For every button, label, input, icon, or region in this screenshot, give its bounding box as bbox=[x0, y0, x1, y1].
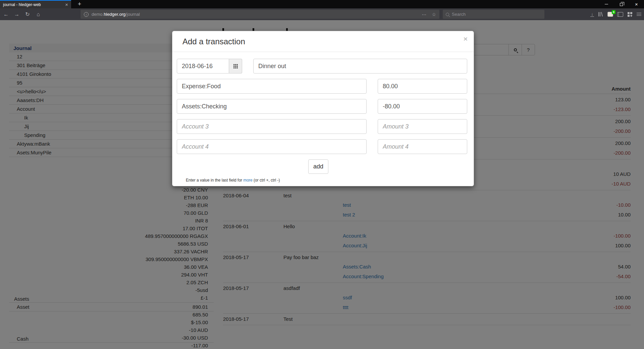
browser-search-box[interactable]: Search bbox=[443, 10, 544, 19]
new-tab-button[interactable]: + bbox=[74, 0, 85, 8]
sidebar-icon bbox=[617, 12, 623, 17]
restore-icon bbox=[620, 3, 623, 6]
modal-close-button[interactable]: × bbox=[464, 35, 468, 42]
description-input[interactable] bbox=[253, 59, 467, 73]
reload-button[interactable]: ↻ bbox=[23, 10, 32, 19]
date-input[interactable] bbox=[177, 59, 229, 73]
more-link[interactable]: more bbox=[243, 178, 252, 183]
modal-header: Add a transaction × bbox=[172, 31, 474, 52]
download-icon: ↓ bbox=[591, 12, 593, 16]
modal-hint: Enter a value in the last field for more… bbox=[186, 178, 467, 183]
minimize-icon bbox=[605, 4, 608, 4]
browser-toolbar: ← → ↻ ⌂ i demo.hledger.org/journal ⋯ ☆ S… bbox=[0, 8, 644, 20]
window-controls: × bbox=[599, 0, 644, 8]
grid-plus-icon bbox=[627, 12, 633, 17]
sidebar-toggle-button[interactable] bbox=[617, 12, 623, 17]
modal-title: Add a transaction bbox=[182, 37, 464, 46]
menu-button[interactable] bbox=[637, 13, 641, 16]
url-bar[interactable]: i demo.hledger.org/journal ⋯ ☆ bbox=[80, 10, 439, 19]
browser-tab[interactable]: journal - hledger-web × bbox=[0, 0, 71, 8]
window-minimize-button[interactable] bbox=[599, 0, 614, 8]
add-button[interactable]: add bbox=[308, 159, 328, 174]
amount-3-input[interactable] bbox=[378, 119, 467, 134]
url-text: demo.hledger.org/journal bbox=[92, 12, 140, 17]
modal-body: add Enter a value in the last field for … bbox=[172, 52, 474, 183]
back-button[interactable]: ← bbox=[1, 10, 11, 19]
account-4-input[interactable] bbox=[177, 139, 367, 154]
calendar-grid-icon bbox=[233, 64, 238, 68]
forward-button[interactable]: → bbox=[12, 10, 21, 19]
url-prefix: demo. bbox=[92, 12, 104, 17]
amount-1-input[interactable] bbox=[378, 79, 467, 94]
url-path: /journal bbox=[125, 12, 140, 17]
tab-title: journal - hledger-web bbox=[3, 2, 65, 7]
date-picker-button[interactable] bbox=[229, 59, 242, 73]
page-actions-icon[interactable]: ⋯ bbox=[422, 12, 426, 17]
downloads-button[interactable]: ↓ bbox=[590, 12, 594, 17]
library-button[interactable] bbox=[598, 12, 603, 17]
tab-close-icon[interactable]: × bbox=[65, 2, 68, 7]
close-icon: × bbox=[635, 2, 638, 7]
search-placeholder: Search bbox=[452, 12, 466, 17]
search-icon bbox=[446, 13, 449, 16]
url-domain: hledger.org bbox=[104, 12, 125, 17]
extension-badge: 0 bbox=[612, 10, 615, 14]
amount-4-input[interactable] bbox=[378, 139, 467, 154]
amount-2-input[interactable] bbox=[378, 99, 467, 114]
library-icon bbox=[598, 12, 603, 17]
extension-button[interactable]: 0 bbox=[607, 12, 613, 17]
account-2-input[interactable] bbox=[177, 99, 367, 114]
account-3-input[interactable] bbox=[177, 119, 367, 134]
bookmark-star-icon[interactable]: ☆ bbox=[432, 12, 436, 17]
account-1-input[interactable] bbox=[177, 79, 367, 94]
browser-titlebar: journal - hledger-web × + × bbox=[0, 0, 644, 8]
site-info-icon[interactable]: i bbox=[84, 12, 89, 17]
add-transaction-modal: Add a transaction × add Ent bbox=[172, 31, 474, 186]
window-restore-button[interactable] bbox=[614, 0, 629, 8]
new-container-button[interactable] bbox=[627, 12, 633, 17]
home-button[interactable]: ⌂ bbox=[34, 10, 43, 19]
window-close-button[interactable]: × bbox=[629, 0, 644, 8]
